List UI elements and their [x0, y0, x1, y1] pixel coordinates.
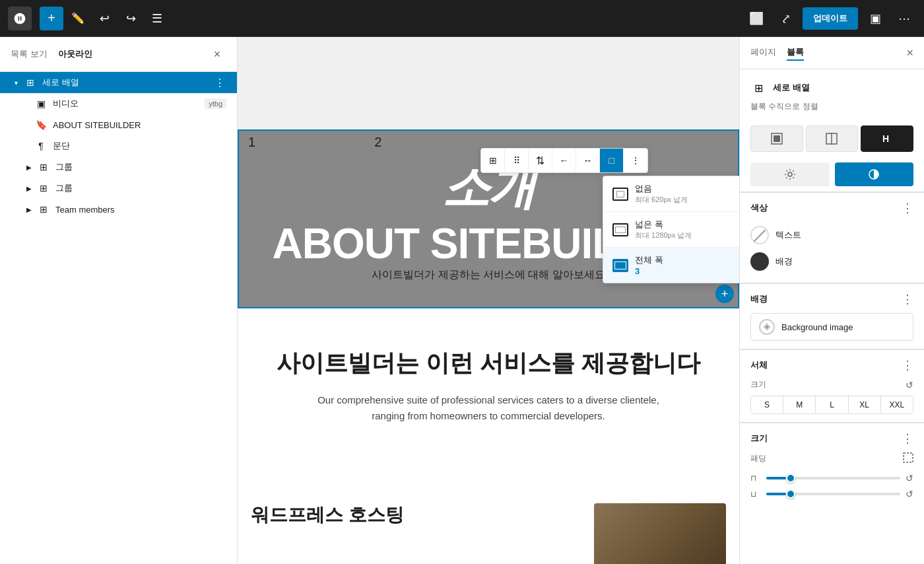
align-center-button[interactable]: ↔ — [576, 149, 600, 172]
right-sidebar-content: ⊞ 세로 배열 블록 수직으로 정렬 H — [740, 69, 924, 564]
size-xxl-button[interactable]: XXL — [881, 396, 913, 413]
group-icon: ⊞ — [37, 160, 50, 174]
hero-subtitle: 사이트빌더가 제공하는 서비스에 대해 알아보세요 — [372, 268, 605, 282]
width-option-none[interactable]: 없음 최대 620px 넓게 — [603, 176, 739, 212]
hero-add-button[interactable]: + — [715, 285, 734, 303]
dimensions-section-title: 크기 — [750, 433, 768, 444]
width-option-full[interactable]: 전체 폭 3 — [603, 248, 739, 283]
align-left-button[interactable]: ← — [552, 149, 576, 172]
settings-button[interactable]: ▣ — [863, 7, 887, 30]
right-sidebar-close-button[interactable]: × — [906, 46, 913, 60]
size-reset-button[interactable]: ↺ — [906, 380, 913, 390]
undo-button[interactable]: ↩ — [92, 7, 116, 30]
align-btn-1[interactable] — [750, 125, 803, 152]
alignment-grid: H — [740, 120, 924, 157]
width-option-wide[interactable]: 넓은 폭 최대 1280px 넓게 — [603, 212, 739, 248]
typography-section-header: 서체 ⋮ — [750, 358, 913, 372]
content-section: 사이트빌더는 이런 서비스를 제공합니다 Our comprehensive s… — [238, 308, 739, 490]
padding-top-icon: ⊓ — [750, 474, 761, 483]
wp-logo[interactable] — [8, 7, 32, 30]
color-more-button[interactable]: ⋮ — [902, 201, 913, 215]
tree-item-video[interactable]: ▣ 비디오 ytbg — [0, 93, 237, 114]
tree-item-paragraph[interactable]: ¶ 문단 — [0, 135, 237, 157]
typography-section-title: 서체 — [750, 359, 768, 371]
dimensions-more-button[interactable]: ⋮ — [902, 431, 913, 446]
tree-item-team-members[interactable]: ▶ ⊞ Team members — [0, 199, 237, 220]
background-image-button[interactable]: Background image — [750, 313, 913, 341]
video-badge: ytbg — [205, 98, 226, 109]
slider-fill-1 — [766, 477, 786, 479]
settings-tab-button[interactable] — [750, 162, 830, 186]
slider-thumb-1[interactable] — [786, 474, 795, 483]
size-xl-button[interactable]: XL — [849, 396, 881, 413]
tree-item-about-sitebuilder[interactable]: 🔖 ABOUT SITEBUILDER — [0, 114, 237, 135]
background-color-option: 배경 — [750, 248, 913, 275]
expand-arrow-icon: ▶ — [24, 204, 34, 215]
move-updown-button[interactable]: ⇅ — [529, 149, 552, 172]
style-tab-button[interactable] — [835, 162, 914, 186]
slider-reset-1[interactable]: ↺ — [906, 473, 913, 483]
tree-item-group1[interactable]: ▶ ⊞ 그룹 — [0, 157, 237, 178]
width-full-button[interactable]: □ — [600, 149, 624, 172]
text-color-circle[interactable] — [750, 226, 769, 244]
block-toolbar: ⊞ ⠿ ⇅ ← ↔ □ ⋮ — [480, 148, 648, 173]
tab-list-view[interactable]: 목록 보기 — [11, 47, 48, 61]
svg-rect-9 — [904, 453, 913, 462]
sidebar-close-button[interactable]: × — [208, 45, 226, 63]
slider-fill-2 — [766, 493, 786, 495]
hero-number-1: 1 — [248, 135, 255, 150]
size-s-button[interactable]: S — [751, 396, 783, 413]
preview-open-button[interactable]: ⤤ — [774, 7, 797, 30]
redo-button[interactable]: ↪ — [119, 7, 143, 30]
group-icon: ⊞ — [37, 182, 50, 195]
tab-outline[interactable]: 아웃라인 — [58, 47, 92, 61]
tree-item-label: 세로 배열 — [42, 77, 213, 88]
edit-mode-button[interactable]: ✏️ — [66, 7, 90, 30]
list-view-button[interactable]: ☰ — [145, 7, 169, 30]
size-l-button[interactable]: L — [816, 396, 848, 413]
bookmark-icon: 🔖 — [34, 118, 48, 131]
size-label: 크기 — [750, 379, 766, 390]
width-wide-text: 넓은 폭 최대 1280px 넓게 — [635, 219, 692, 240]
block-name: 세로 배열 — [773, 82, 810, 94]
expand-arrow-icon: ▶ — [24, 162, 34, 172]
typography-more-button[interactable]: ⋮ — [902, 358, 913, 372]
tab-page[interactable]: 페이지 — [750, 45, 776, 61]
svg-text:H: H — [882, 133, 889, 144]
toolbar-left: + ✏️ ↩ ↪ ☰ — [8, 7, 169, 30]
drag-button[interactable]: ⠿ — [505, 149, 529, 172]
bottom-title: 워드프레스 호스팅 — [251, 503, 581, 527]
padding-slider-1[interactable] — [766, 477, 900, 479]
padding-label: 패딩 — [750, 453, 766, 464]
background-color-circle[interactable] — [750, 252, 769, 271]
align-btn-2[interactable] — [806, 125, 859, 152]
tree-item-vertical-layout[interactable]: ▾ ⊞ 세로 배열 ⋮ — [0, 72, 237, 93]
size-m-button[interactable]: M — [783, 396, 816, 413]
hero-number-2: 2 — [374, 135, 381, 150]
align-btn-3[interactable]: H — [861, 125, 913, 152]
update-button[interactable]: 업데이트 — [803, 7, 858, 30]
tab-block[interactable]: 블록 — [787, 45, 804, 61]
svg-point-5 — [788, 172, 792, 176]
preview-desktop-button[interactable]: ⬜ — [744, 7, 768, 30]
background-more-button[interactable]: ⋮ — [902, 292, 913, 306]
background-section-header: 배경 ⋮ — [750, 292, 913, 306]
color-section-title: 색상 — [750, 202, 768, 214]
tree-item-more-icon[interactable]: ⋮ — [213, 76, 226, 89]
add-block-button[interactable]: + — [40, 7, 63, 30]
tree-item-label: Team members — [55, 205, 226, 215]
slider-thumb-2[interactable] — [786, 489, 795, 499]
padding-slider-2[interactable] — [766, 493, 900, 495]
width-full-icon — [612, 259, 628, 272]
team-icon: ⊞ — [37, 203, 50, 216]
panel-block-title: ⊞ 세로 배열 — [740, 69, 924, 101]
block-type-button[interactable]: ⊞ — [481, 149, 505, 172]
left-sidebar: 목록 보기 아웃라인 × ▾ ⊞ 세로 배열 ⋮ ▣ 비디오 ytbg 🔖 AB… — [0, 37, 238, 564]
tree-item-label: 비디오 — [53, 98, 205, 110]
more-options-button[interactable]: ⋯ — [892, 7, 916, 30]
more-button[interactable]: ⋮ — [624, 149, 647, 172]
slider-reset-2[interactable]: ↺ — [906, 489, 913, 499]
padding-corner-button[interactable] — [903, 452, 913, 465]
tree-item-group2[interactable]: ▶ ⊞ 그룹 — [0, 178, 237, 199]
sidebar-tabs: 목록 보기 아웃라인 — [11, 47, 92, 61]
